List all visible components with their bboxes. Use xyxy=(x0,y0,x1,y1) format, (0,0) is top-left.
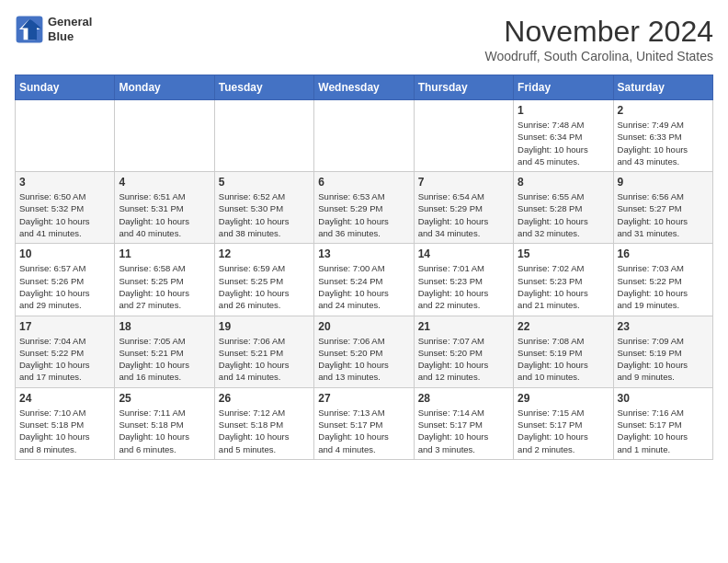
calendar-cell: 30Sunrise: 7:16 AM Sunset: 5:17 PM Dayli… xyxy=(613,387,712,459)
calendar-cell xyxy=(115,100,214,172)
day-info: Sunrise: 7:00 AM Sunset: 5:24 PM Dayligh… xyxy=(318,262,409,311)
day-number: 4 xyxy=(119,176,210,189)
calendar-cell: 16Sunrise: 7:03 AM Sunset: 5:22 PM Dayli… xyxy=(613,244,712,316)
calendar-cell: 24Sunrise: 7:10 AM Sunset: 5:18 PM Dayli… xyxy=(16,387,115,459)
calendar-cell: 27Sunrise: 7:13 AM Sunset: 5:17 PM Dayli… xyxy=(314,387,414,459)
day-info: Sunrise: 6:58 AM Sunset: 5:25 PM Dayligh… xyxy=(119,262,210,311)
day-info: Sunrise: 6:52 AM Sunset: 5:30 PM Dayligh… xyxy=(219,190,310,239)
logo-icon xyxy=(15,15,44,44)
day-number: 9 xyxy=(618,176,709,189)
calendar-cell: 8Sunrise: 6:55 AM Sunset: 5:28 PM Daylig… xyxy=(514,172,613,244)
day-info: Sunrise: 7:10 AM Sunset: 5:18 PM Dayligh… xyxy=(19,407,110,455)
day-info: Sunrise: 7:01 AM Sunset: 5:23 PM Dayligh… xyxy=(418,262,509,311)
calendar-cell: 20Sunrise: 7:06 AM Sunset: 5:20 PM Dayli… xyxy=(314,316,414,387)
day-info: Sunrise: 7:15 AM Sunset: 5:17 PM Dayligh… xyxy=(518,407,609,455)
day-number: 25 xyxy=(119,392,210,405)
calendar-week-row: 17Sunrise: 7:04 AM Sunset: 5:22 PM Dayli… xyxy=(16,316,713,387)
day-number: 1 xyxy=(518,104,609,117)
calendar-cell: 25Sunrise: 7:11 AM Sunset: 5:18 PM Dayli… xyxy=(115,387,214,459)
day-number: 13 xyxy=(318,247,409,260)
day-number: 10 xyxy=(19,247,110,260)
day-number: 29 xyxy=(518,392,609,405)
calendar-cell: 19Sunrise: 7:06 AM Sunset: 5:21 PM Dayli… xyxy=(214,316,313,387)
day-number: 17 xyxy=(19,320,110,333)
page-header: General Blue November 2024 Woodruff, Sou… xyxy=(15,15,713,63)
day-info: Sunrise: 7:02 AM Sunset: 5:23 PM Dayligh… xyxy=(518,262,609,311)
day-number: 16 xyxy=(618,247,709,260)
day-info: Sunrise: 6:56 AM Sunset: 5:27 PM Dayligh… xyxy=(618,190,709,239)
day-info: Sunrise: 6:51 AM Sunset: 5:31 PM Dayligh… xyxy=(119,190,210,239)
day-number: 30 xyxy=(618,392,709,405)
day-info: Sunrise: 7:09 AM Sunset: 5:19 PM Dayligh… xyxy=(618,335,709,384)
calendar-cell: 5Sunrise: 6:52 AM Sunset: 5:30 PM Daylig… xyxy=(214,172,313,244)
location: Woodruff, South Carolina, United States xyxy=(484,49,713,63)
weekday-header-row: SundayMondayTuesdayWednesdayThursdayFrid… xyxy=(16,75,713,100)
weekday-header: Sunday xyxy=(16,75,115,100)
weekday-header: Wednesday xyxy=(314,75,414,100)
calendar-cell: 6Sunrise: 6:53 AM Sunset: 5:29 PM Daylig… xyxy=(314,172,414,244)
day-info: Sunrise: 7:06 AM Sunset: 5:21 PM Dayligh… xyxy=(219,335,310,384)
calendar-cell: 13Sunrise: 7:00 AM Sunset: 5:24 PM Dayli… xyxy=(314,244,414,316)
calendar-cell: 18Sunrise: 7:05 AM Sunset: 5:21 PM Dayli… xyxy=(115,316,214,387)
day-info: Sunrise: 7:08 AM Sunset: 5:19 PM Dayligh… xyxy=(518,335,609,384)
day-info: Sunrise: 6:54 AM Sunset: 5:29 PM Dayligh… xyxy=(418,190,509,239)
day-info: Sunrise: 6:50 AM Sunset: 5:32 PM Dayligh… xyxy=(19,190,110,239)
logo-line2: Blue xyxy=(48,29,92,44)
calendar-cell: 1Sunrise: 7:48 AM Sunset: 6:34 PM Daylig… xyxy=(514,100,613,172)
weekday-header: Saturday xyxy=(613,75,712,100)
day-number: 2 xyxy=(618,104,709,117)
day-info: Sunrise: 7:14 AM Sunset: 5:17 PM Dayligh… xyxy=(418,407,509,455)
calendar-cell: 7Sunrise: 6:54 AM Sunset: 5:29 PM Daylig… xyxy=(414,172,513,244)
month-title: November 2024 xyxy=(484,15,713,49)
calendar-week-row: 24Sunrise: 7:10 AM Sunset: 5:18 PM Dayli… xyxy=(16,387,713,459)
calendar-cell: 2Sunrise: 7:49 AM Sunset: 6:33 PM Daylig… xyxy=(613,100,712,172)
day-info: Sunrise: 6:53 AM Sunset: 5:29 PM Dayligh… xyxy=(318,190,409,239)
logo: General Blue xyxy=(15,15,92,44)
day-info: Sunrise: 7:06 AM Sunset: 5:20 PM Dayligh… xyxy=(318,335,409,384)
calendar-table: SundayMondayTuesdayWednesdayThursdayFrid… xyxy=(15,75,713,460)
title-area: November 2024 Woodruff, South Carolina, … xyxy=(484,15,713,63)
calendar-week-row: 10Sunrise: 6:57 AM Sunset: 5:26 PM Dayli… xyxy=(16,244,713,316)
day-number: 5 xyxy=(219,176,310,189)
calendar-cell xyxy=(314,100,414,172)
day-number: 22 xyxy=(518,320,609,333)
day-info: Sunrise: 6:55 AM Sunset: 5:28 PM Dayligh… xyxy=(518,190,609,239)
calendar-cell: 23Sunrise: 7:09 AM Sunset: 5:19 PM Dayli… xyxy=(613,316,712,387)
day-number: 19 xyxy=(219,320,310,333)
calendar-cell: 26Sunrise: 7:12 AM Sunset: 5:18 PM Dayli… xyxy=(214,387,313,459)
calendar-cell xyxy=(414,100,513,172)
calendar-cell: 15Sunrise: 7:02 AM Sunset: 5:23 PM Dayli… xyxy=(514,244,613,316)
weekday-header: Monday xyxy=(115,75,214,100)
calendar-cell: 10Sunrise: 6:57 AM Sunset: 5:26 PM Dayli… xyxy=(16,244,115,316)
day-number: 11 xyxy=(119,247,210,260)
calendar-cell: 14Sunrise: 7:01 AM Sunset: 5:23 PM Dayli… xyxy=(414,244,513,316)
day-info: Sunrise: 7:05 AM Sunset: 5:21 PM Dayligh… xyxy=(119,335,210,384)
calendar-cell: 9Sunrise: 6:56 AM Sunset: 5:27 PM Daylig… xyxy=(613,172,712,244)
day-info: Sunrise: 7:03 AM Sunset: 5:22 PM Dayligh… xyxy=(618,262,709,311)
calendar-cell: 29Sunrise: 7:15 AM Sunset: 5:17 PM Dayli… xyxy=(514,387,613,459)
day-number: 8 xyxy=(518,176,609,189)
day-number: 14 xyxy=(418,247,509,260)
day-number: 26 xyxy=(219,392,310,405)
calendar-cell: 3Sunrise: 6:50 AM Sunset: 5:32 PM Daylig… xyxy=(16,172,115,244)
weekday-header: Friday xyxy=(514,75,613,100)
day-number: 12 xyxy=(219,247,310,260)
day-number: 21 xyxy=(418,320,509,333)
day-info: Sunrise: 7:48 AM Sunset: 6:34 PM Dayligh… xyxy=(518,119,609,167)
day-info: Sunrise: 7:04 AM Sunset: 5:22 PM Dayligh… xyxy=(19,335,110,384)
logo-line1: General xyxy=(48,15,92,29)
calendar-cell xyxy=(16,100,115,172)
calendar-cell: 21Sunrise: 7:07 AM Sunset: 5:20 PM Dayli… xyxy=(414,316,513,387)
calendar-week-row: 1Sunrise: 7:48 AM Sunset: 6:34 PM Daylig… xyxy=(16,100,713,172)
day-number: 20 xyxy=(318,320,409,333)
day-number: 28 xyxy=(418,392,509,405)
calendar-week-row: 3Sunrise: 6:50 AM Sunset: 5:32 PM Daylig… xyxy=(16,172,713,244)
day-number: 18 xyxy=(119,320,210,333)
calendar-cell: 4Sunrise: 6:51 AM Sunset: 5:31 PM Daylig… xyxy=(115,172,214,244)
calendar-cell: 11Sunrise: 6:58 AM Sunset: 5:25 PM Dayli… xyxy=(115,244,214,316)
day-info: Sunrise: 7:11 AM Sunset: 5:18 PM Dayligh… xyxy=(119,407,210,455)
day-number: 15 xyxy=(518,247,609,260)
day-info: Sunrise: 7:12 AM Sunset: 5:18 PM Dayligh… xyxy=(219,407,310,455)
day-number: 3 xyxy=(19,176,110,189)
calendar-cell: 17Sunrise: 7:04 AM Sunset: 5:22 PM Dayli… xyxy=(16,316,115,387)
